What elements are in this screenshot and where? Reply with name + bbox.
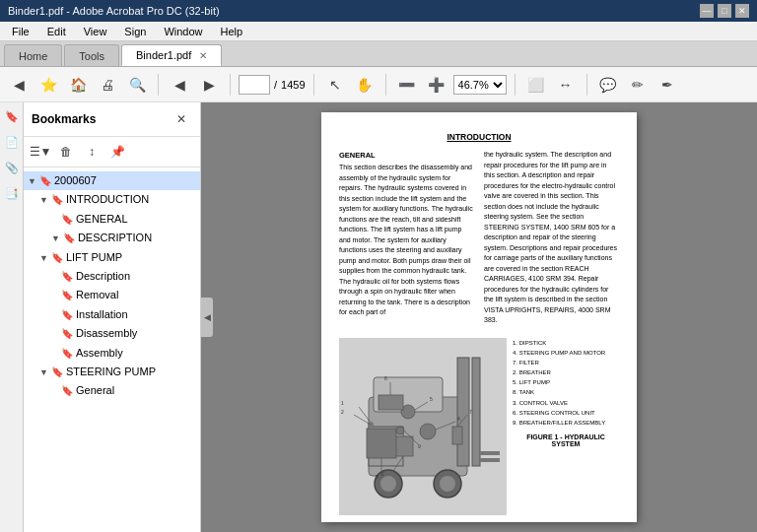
bookmark-panel-icon[interactable]: 🔖	[2, 106, 22, 126]
menu-bar: FileEditViewSignWindowHelp	[0, 22, 757, 41]
right-paragraph: the hydraulic system. The description an…	[484, 150, 619, 326]
close-button[interactable]: ✕	[735, 4, 749, 18]
back-button[interactable]: ◀	[6, 72, 32, 98]
forward-button[interactable]: ⭐	[35, 72, 61, 98]
markup-button[interactable]: ✒	[654, 72, 680, 98]
pages-panel-icon[interactable]: 📄	[2, 132, 22, 152]
svg-text:7: 7	[469, 409, 472, 415]
left-column: GENERAL This section describes the disas…	[339, 150, 474, 330]
highlight-button[interactable]: ✏	[625, 72, 651, 98]
menu-item-sign[interactable]: Sign	[116, 24, 154, 39]
sidebar-collapse-handle[interactable]: ◀	[201, 298, 213, 337]
legend-item: 4. STEERING PUMP AND MOTOR	[513, 348, 619, 358]
bookmark-label: Installation	[76, 307, 196, 322]
bookmark-arrow-icon: ▼	[39, 194, 48, 207]
main-area: 🔖 📄 📎 📑 Bookmarks ✕ ☰▼ 🗑 ↕ 📌 ▼🔖2000607▼🔖…	[0, 102, 757, 532]
zoom-dropdown[interactable]: 25%33%50%66.7%75%100%125%150%200%400%46.…	[453, 75, 507, 95]
print-button[interactable]: 🖨	[95, 72, 120, 98]
legend-item: 2. BREATHER	[513, 367, 619, 377]
zoom-out-button[interactable]: ➖	[394, 72, 420, 98]
zoom-to-fit-button[interactable]: 🔍	[124, 72, 150, 98]
forklift-diagram: 1 2 3 4	[339, 338, 507, 515]
fit-page-button[interactable]: ⬜	[523, 72, 549, 98]
page-navigation: 1 / 1459	[239, 75, 306, 95]
bookmark-flag-icon: 🔖	[61, 289, 73, 302]
bookmark-item[interactable]: ▼🔖LIFT PUMP	[24, 248, 200, 267]
bookmark-tree[interactable]: ▼🔖2000607▼🔖INTRODUCTION🔖GENERAL▼🔖DESCRIP…	[24, 167, 200, 532]
bookmark-item[interactable]: 🔖Assembly	[24, 344, 200, 363]
zoom-in-button[interactable]: ➕	[424, 72, 449, 98]
bookmark-label: GENERAL	[76, 212, 196, 227]
bookmark-label: Disassembly	[76, 326, 196, 341]
bookmark-item[interactable]: 🔖Description	[24, 267, 200, 286]
expand-all-button[interactable]: ↕	[81, 141, 103, 163]
machine-figure: 1 2 3 4	[339, 338, 507, 515]
svg-point-35	[396, 427, 404, 434]
left-paragraph: This section describes the disassembly a…	[339, 163, 474, 318]
comment-button[interactable]: 💬	[595, 72, 621, 98]
minimize-button[interactable]: —	[700, 4, 714, 18]
menu-item-file[interactable]: File	[4, 24, 37, 39]
close-sidebar-button[interactable]: ✕	[171, 108, 192, 130]
right-column: the hydraulic system. The description an…	[484, 150, 619, 330]
maximize-button[interactable]: □	[718, 4, 731, 18]
menu-item-view[interactable]: View	[76, 24, 115, 39]
legend-item: 1. DIPSTICK	[513, 338, 619, 348]
svg-rect-4	[480, 451, 500, 455]
bookmark-item[interactable]: 🔖Installation	[24, 305, 200, 324]
page-number-input[interactable]: 1	[239, 75, 270, 95]
layers-panel-icon[interactable]: 📑	[2, 183, 22, 203]
bookmark-label: DESCRIPTION	[78, 231, 196, 245]
bookmark-item[interactable]: 🔖General	[24, 381, 200, 400]
menu-item-help[interactable]: Help	[213, 24, 251, 39]
bookmark-item[interactable]: 🔖Disassembly	[24, 324, 200, 343]
figure-legend: 1. DIPSTICK4. STEERING PUMP AND MOTOR7. …	[513, 338, 619, 448]
svg-text:6: 6	[384, 375, 387, 381]
legend-item: 6. STEERING CONTROL UNIT	[513, 408, 619, 418]
hand-tool-button[interactable]: ✋	[352, 72, 378, 98]
prev-page-button[interactable]: ◀	[167, 72, 192, 98]
attachments-panel-icon[interactable]: 📎	[2, 158, 22, 177]
separator-5	[515, 74, 516, 96]
general-label: GENERAL	[339, 150, 474, 161]
legend-item: 7. FILTER	[513, 358, 619, 367]
bookmark-arrow-icon: ▼	[51, 233, 60, 245]
tab-tools[interactable]: Tools	[64, 44, 119, 66]
legend-item: 9. BREATHER/FILLER ASSEMBLY	[513, 418, 619, 428]
bookmark-item[interactable]: ▼🔖2000607	[24, 171, 200, 190]
new-bookmark-button[interactable]: ☰▼	[30, 141, 51, 163]
svg-rect-26	[378, 395, 403, 410]
sidebar-toolbar: ☰▼ 🗑 ↕ 📌	[24, 137, 200, 167]
app-title: Binder1.pdf - Adobe Acrobat Pro DC (32-b…	[8, 5, 220, 17]
bookmark-label: Removal	[76, 288, 196, 302]
next-page-button[interactable]: ▶	[196, 72, 222, 98]
bookmark-arrow-icon: ▼	[39, 366, 48, 379]
collapse-all-button[interactable]: 📌	[106, 141, 128, 163]
tab-close-icon[interactable]: ✕	[199, 50, 207, 61]
tab-home[interactable]: Home	[4, 44, 62, 66]
bookmark-item[interactable]: ▼🔖STEERING PUMP	[24, 363, 200, 381]
svg-point-7	[380, 476, 396, 492]
page-separator: /	[274, 79, 277, 91]
page-two-column: GENERAL This section describes the disas…	[339, 150, 619, 330]
tab-bar: HomeToolsBinder1.pdf✕	[0, 41, 757, 67]
select-tool-button[interactable]: ↖	[322, 72, 348, 98]
tab-binder1-pdf[interactable]: Binder1.pdf✕	[121, 44, 222, 66]
bookmark-label: STEERING PUMP	[66, 365, 196, 379]
menu-item-edit[interactable]: Edit	[39, 24, 74, 39]
bookmark-label: LIFT PUMP	[66, 250, 196, 265]
svg-text:3: 3	[380, 471, 383, 477]
bookmark-item[interactable]: ▼🔖INTRODUCTION	[24, 190, 200, 209]
separator-6	[586, 74, 587, 96]
fit-width-button[interactable]: ↔	[553, 72, 579, 98]
bookmark-item[interactable]: 🔖Removal	[24, 286, 200, 304]
svg-text:4: 4	[457, 416, 460, 422]
bookmark-item[interactable]: ▼🔖DESCRIPTION	[24, 229, 200, 247]
delete-bookmark-button[interactable]: 🗑	[55, 141, 77, 163]
menu-item-window[interactable]: Window	[156, 24, 210, 39]
bookmark-flag-icon: 🔖	[61, 270, 73, 284]
bookmark-item[interactable]: 🔖GENERAL	[24, 210, 200, 229]
bookmark-flag-icon: 🔖	[61, 308, 73, 322]
home-button[interactable]: 🏠	[65, 72, 91, 98]
bookmark-flag-icon: 🔖	[63, 232, 75, 245]
